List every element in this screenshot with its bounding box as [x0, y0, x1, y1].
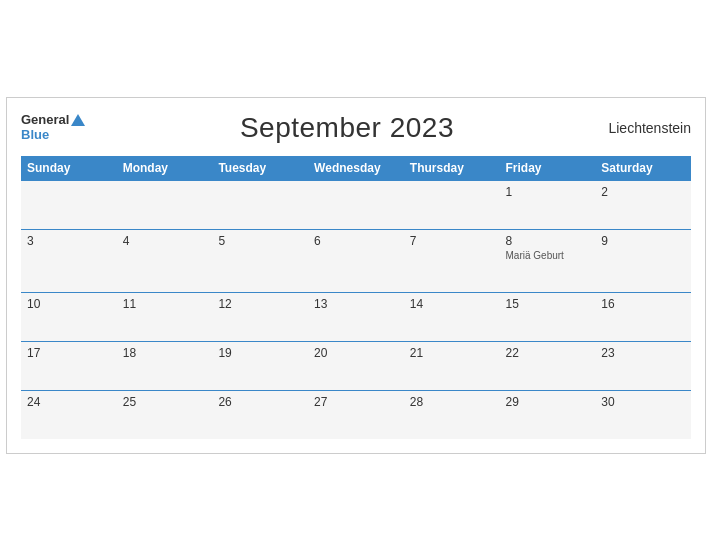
calendar-cell: 27	[308, 390, 404, 439]
day-number: 13	[314, 297, 327, 311]
day-number: 7	[410, 234, 417, 248]
calendar-cell: 29	[500, 390, 596, 439]
calendar-cell	[117, 180, 213, 229]
day-number: 27	[314, 395, 327, 409]
weekday-header-row: SundayMondayTuesdayWednesdayThursdayFrid…	[21, 156, 691, 181]
calendar-week-row: 345678Mariä Geburt9	[21, 229, 691, 292]
day-number: 28	[410, 395, 423, 409]
day-number: 14	[410, 297, 423, 311]
day-number: 21	[410, 346, 423, 360]
weekday-header-friday: Friday	[500, 156, 596, 181]
calendar-grid: SundayMondayTuesdayWednesdayThursdayFrid…	[21, 156, 691, 439]
day-number: 29	[506, 395, 519, 409]
day-number: 24	[27, 395, 40, 409]
calendar-cell: 13	[308, 292, 404, 341]
calendar-tbody: 12345678Mariä Geburt91011121314151617181…	[21, 180, 691, 439]
calendar-cell: 28	[404, 390, 500, 439]
calendar-cell: 21	[404, 341, 500, 390]
calendar-cell: 24	[21, 390, 117, 439]
day-number: 18	[123, 346, 136, 360]
day-number: 10	[27, 297, 40, 311]
calendar-cell: 19	[212, 341, 308, 390]
calendar-cell: 23	[595, 341, 691, 390]
calendar-cell: 18	[117, 341, 213, 390]
day-number: 1	[506, 185, 513, 199]
day-number: 11	[123, 297, 136, 311]
weekday-header-wednesday: Wednesday	[308, 156, 404, 181]
day-number: 3	[27, 234, 34, 248]
calendar-cell	[21, 180, 117, 229]
calendar-cell: 9	[595, 229, 691, 292]
calendar-cell: 26	[212, 390, 308, 439]
calendar-header: General Blue September 2023 Liechtenstei…	[21, 108, 691, 148]
calendar-week-row: 10111213141516	[21, 292, 691, 341]
calendar-cell: 30	[595, 390, 691, 439]
calendar-cell: 5	[212, 229, 308, 292]
day-number: 19	[218, 346, 231, 360]
calendar-container: General Blue September 2023 Liechtenstei…	[6, 97, 706, 454]
calendar-thead: SundayMondayTuesdayWednesdayThursdayFrid…	[21, 156, 691, 181]
calendar-cell: 10	[21, 292, 117, 341]
calendar-week-row: 24252627282930	[21, 390, 691, 439]
day-number: 16	[601, 297, 614, 311]
calendar-cell: 12	[212, 292, 308, 341]
weekday-header-monday: Monday	[117, 156, 213, 181]
calendar-cell: 20	[308, 341, 404, 390]
logo-blue-text: Blue	[21, 128, 49, 142]
calendar-cell: 11	[117, 292, 213, 341]
day-number: 25	[123, 395, 136, 409]
day-number: 6	[314, 234, 321, 248]
logo: General Blue	[21, 113, 85, 142]
calendar-week-row: 17181920212223	[21, 341, 691, 390]
calendar-title: September 2023	[240, 112, 454, 144]
day-number: 12	[218, 297, 231, 311]
calendar-cell: 3	[21, 229, 117, 292]
calendar-cell: 25	[117, 390, 213, 439]
weekday-header-saturday: Saturday	[595, 156, 691, 181]
calendar-country: Liechtenstein	[608, 120, 691, 136]
day-number: 30	[601, 395, 614, 409]
day-event: Mariä Geburt	[506, 250, 564, 261]
logo-triangle-icon	[71, 114, 85, 126]
logo-general-text: General	[21, 113, 69, 127]
day-number: 20	[314, 346, 327, 360]
calendar-week-row: 12	[21, 180, 691, 229]
weekday-header-tuesday: Tuesday	[212, 156, 308, 181]
day-number: 2	[601, 185, 608, 199]
weekday-header-sunday: Sunday	[21, 156, 117, 181]
calendar-cell	[212, 180, 308, 229]
day-number: 4	[123, 234, 130, 248]
calendar-cell: 17	[21, 341, 117, 390]
calendar-cell: 7	[404, 229, 500, 292]
calendar-cell: 2	[595, 180, 691, 229]
day-number: 17	[27, 346, 40, 360]
calendar-cell: 1	[500, 180, 596, 229]
calendar-cell: 6	[308, 229, 404, 292]
calendar-cell: 22	[500, 341, 596, 390]
day-number: 9	[601, 234, 608, 248]
weekday-header-thursday: Thursday	[404, 156, 500, 181]
day-number: 15	[506, 297, 519, 311]
calendar-cell	[308, 180, 404, 229]
calendar-cell: 15	[500, 292, 596, 341]
day-number: 5	[218, 234, 225, 248]
calendar-cell	[404, 180, 500, 229]
calendar-cell: 8Mariä Geburt	[500, 229, 596, 292]
calendar-cell: 4	[117, 229, 213, 292]
day-number: 22	[506, 346, 519, 360]
calendar-cell: 16	[595, 292, 691, 341]
day-number: 23	[601, 346, 614, 360]
calendar-cell: 14	[404, 292, 500, 341]
day-number: 8	[506, 234, 513, 248]
day-number: 26	[218, 395, 231, 409]
